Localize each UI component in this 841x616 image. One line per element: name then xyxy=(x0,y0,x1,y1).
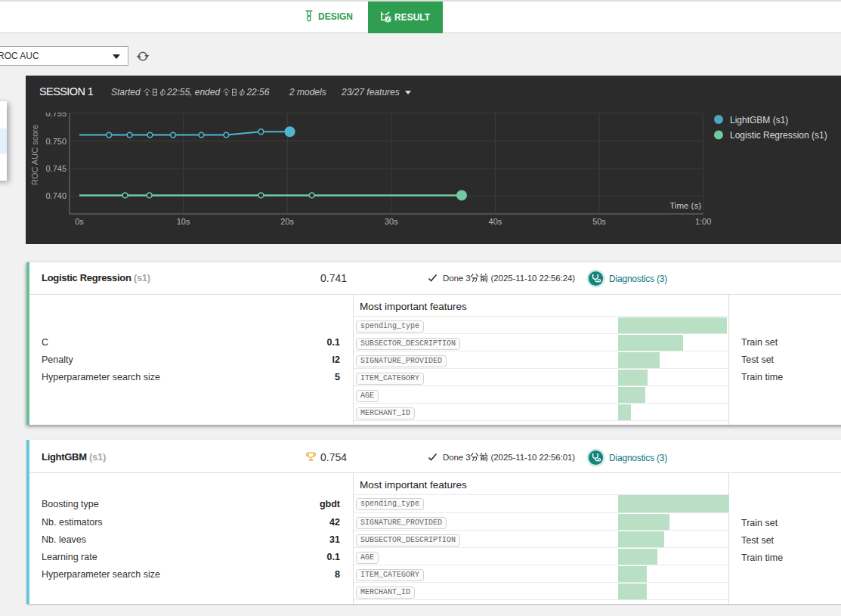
svg-text:0s: 0s xyxy=(75,217,84,226)
svg-text:20s: 20s xyxy=(280,217,294,226)
svg-text:0.745: 0.745 xyxy=(45,164,66,173)
svg-text:Time (s): Time (s) xyxy=(669,201,701,210)
svg-text:30s: 30s xyxy=(385,217,398,226)
svg-text:ROC AUC score: ROC AUC score xyxy=(30,125,39,185)
svg-text:10s: 10s xyxy=(177,217,190,226)
svg-text:Logistic Regression (s1): Logistic Regression (s1) xyxy=(730,130,827,141)
svg-text:0.740: 0.740 xyxy=(45,191,66,200)
svg-text:50s: 50s xyxy=(592,217,606,226)
svg-text:40s: 40s xyxy=(489,217,502,226)
svg-text:0.750: 0.750 xyxy=(45,137,66,146)
svg-text:LightGBM (s1): LightGBM (s1) xyxy=(730,115,788,125)
svg-text:1:00: 1:00 xyxy=(695,217,711,226)
